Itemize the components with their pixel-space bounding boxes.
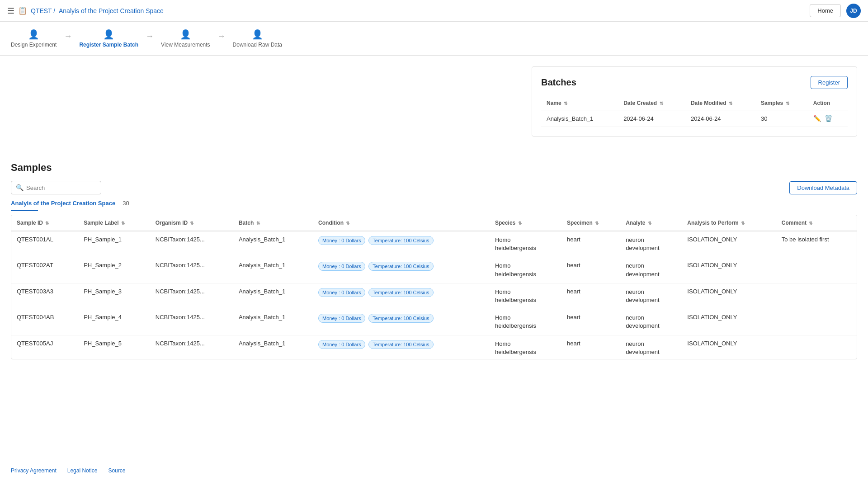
- analysis-to-perform: ISOLATION_ONLY: [682, 309, 776, 335]
- batch-name: Analysis_Batch_1: [541, 110, 618, 127]
- batches-col-samples[interactable]: Samples ⇅: [755, 96, 808, 110]
- table-row: QTEST004AB PH_Sample_4 NCBITaxon:1425...…: [11, 309, 857, 335]
- batches-row: Analysis_Batch_1 2024-06-24 2024-06-24 3…: [541, 110, 848, 127]
- page-title: Analyis of the Project Creation Space: [59, 7, 164, 14]
- home-button[interactable]: Home: [810, 4, 841, 17]
- wizard-step-download[interactable]: 👤 Download Raw Data: [233, 29, 282, 48]
- privacy-agreement-link[interactable]: Privacy Agreement: [11, 467, 57, 474]
- col-batch[interactable]: Batch ⇅: [233, 215, 313, 231]
- col-sample-label[interactable]: Sample Label ⇅: [78, 215, 150, 231]
- condition-temp-badge: Temperature: 100 Celsius: [368, 314, 433, 323]
- wizard-step-label-view: View Measurements: [161, 42, 210, 48]
- batches-col-date-created[interactable]: Date Created ⇅: [618, 96, 685, 110]
- col-organism-id[interactable]: Organism ID ⇅: [150, 215, 233, 231]
- wizard-steps: 👤 Design Experiment → 👤 Register Sample …: [0, 22, 868, 56]
- samples-toolbar: 🔍 Download Metadata: [11, 181, 857, 194]
- organism-id: NCBITaxon:1425...: [150, 257, 233, 283]
- tab-count: 30: [123, 200, 129, 207]
- col-species[interactable]: Species ⇅: [490, 215, 561, 231]
- col-comment[interactable]: Comment ⇅: [776, 215, 857, 231]
- species: Homoheidelbergensis: [490, 283, 561, 309]
- sample-id: QTEST005AJ: [11, 335, 78, 359]
- comment: [776, 283, 857, 309]
- analysis-to-perform: ISOLATION_ONLY: [682, 231, 776, 257]
- arrow-icon-3: →: [217, 32, 226, 41]
- species: Homoheidelbergensis: [490, 335, 561, 359]
- comment: [776, 257, 857, 283]
- batches-title: Batches: [541, 77, 576, 88]
- condition-money-badge: Money : 0 Dollars: [318, 236, 365, 245]
- search-input[interactable]: [26, 184, 96, 191]
- specimen: heart: [561, 335, 620, 359]
- analysis-to-perform: ISOLATION_ONLY: [682, 283, 776, 309]
- col-condition[interactable]: Condition ⇅: [313, 215, 490, 231]
- specimen: heart: [561, 257, 620, 283]
- sample-id: QTEST002AT: [11, 257, 78, 283]
- analysis-to-perform: ISOLATION_ONLY: [682, 257, 776, 283]
- source-link[interactable]: Source: [108, 467, 125, 474]
- comment: To be isolated first: [776, 231, 857, 257]
- analyte: neurondevelopment: [620, 257, 682, 283]
- batch-actions: ✏️ 🗑️: [808, 110, 848, 127]
- batch: Analysis_Batch_1: [233, 231, 313, 257]
- download-metadata-button[interactable]: Download Metadata: [789, 181, 857, 194]
- batches-col-date-modified[interactable]: Date Modified ⇅: [685, 96, 755, 110]
- batches-col-name[interactable]: Name ⇅: [541, 96, 618, 110]
- delete-icon[interactable]: 🗑️: [825, 115, 832, 122]
- samples-table: Sample ID ⇅ Sample Label ⇅ Organism ID ⇅…: [11, 215, 857, 359]
- analyte: neurondevelopment: [620, 283, 682, 309]
- specimen: heart: [561, 231, 620, 257]
- register-button[interactable]: Register: [811, 76, 848, 89]
- specimen: heart: [561, 283, 620, 309]
- edit-icon[interactable]: ✏️: [813, 115, 821, 122]
- condition-temp-badge: Temperature: 100 Celsius: [368, 262, 433, 271]
- species: Homoheidelbergensis: [490, 309, 561, 335]
- wizard-step-design[interactable]: 👤 Design Experiment: [11, 29, 57, 48]
- wizard-step-register[interactable]: 👤 Register Sample Batch: [79, 29, 138, 48]
- analysis-to-perform: ISOLATION_ONLY: [682, 335, 776, 359]
- comment: [776, 309, 857, 335]
- batch: Analysis_Batch_1: [233, 335, 313, 359]
- analyte: neurondevelopment: [620, 335, 682, 359]
- condition-money-badge: Money : 0 Dollars: [318, 288, 365, 297]
- condition-temp-badge: Temperature: 100 Celsius: [368, 340, 433, 349]
- hamburger-icon[interactable]: ☰: [7, 6, 14, 16]
- samples-table-container: Sample ID ⇅ Sample Label ⇅ Organism ID ⇅…: [11, 215, 857, 359]
- tab-row: Analyis of the Project Creation Space 30: [11, 200, 857, 207]
- tab-label[interactable]: Analyis of the Project Creation Space: [11, 200, 115, 207]
- search-box[interactable]: 🔍: [11, 181, 101, 194]
- condition-temp-badge: Temperature: 100 Celsius: [368, 236, 433, 245]
- sample-label: PH_Sample_4: [78, 309, 150, 335]
- batch: Analysis_Batch_1: [233, 309, 313, 335]
- avatar: JD: [846, 4, 861, 18]
- samples-section: Samples 🔍 Download Metadata Analyis of t…: [11, 162, 857, 359]
- sample-label: PH_Sample_5: [78, 335, 150, 359]
- col-analysis-to-perform[interactable]: Analysis to Perform ⇅: [682, 215, 776, 231]
- batches-table: Name ⇅ Date Created ⇅ Date Modified ⇅ Sa…: [541, 96, 848, 127]
- tab-underline: [11, 210, 38, 211]
- col-analyte[interactable]: Analyte ⇅: [620, 215, 682, 231]
- col-sample-id[interactable]: Sample ID ⇅: [11, 215, 78, 231]
- species: Homoheidelbergensis: [490, 231, 561, 257]
- condition: Money : 0 Dollars Temperature: 100 Celsi…: [313, 231, 490, 257]
- samples-title: Samples: [11, 162, 857, 174]
- condition-money-badge: Money : 0 Dollars: [318, 314, 365, 323]
- wizard-step-label-design: Design Experiment: [11, 42, 57, 48]
- sample-label: PH_Sample_3: [78, 283, 150, 309]
- samples-table-wrap[interactable]: Sample ID ⇅ Sample Label ⇅ Organism ID ⇅…: [11, 215, 857, 359]
- comment: [776, 335, 857, 359]
- condition: Money : 0 Dollars Temperature: 100 Celsi…: [313, 335, 490, 359]
- sample-id: QTEST001AL: [11, 231, 78, 257]
- wizard-step-view[interactable]: 👤 View Measurements: [161, 29, 210, 48]
- wizard-step-label-download: Download Raw Data: [233, 42, 282, 48]
- condition: Money : 0 Dollars Temperature: 100 Celsi…: [313, 283, 490, 309]
- project-icon: 📋: [18, 6, 27, 15]
- wizard-step-label-register: Register Sample Batch: [79, 42, 138, 48]
- legal-notice-link[interactable]: Legal Notice: [67, 467, 98, 474]
- col-specimen[interactable]: Specimen ⇅: [561, 215, 620, 231]
- batch-samples: 30: [755, 110, 808, 127]
- top-nav: ☰ 📋 QTEST / Analyis of the Project Creat…: [0, 0, 868, 22]
- batch: Analysis_Batch_1: [233, 283, 313, 309]
- table-row: QTEST002AT PH_Sample_2 NCBITaxon:1425...…: [11, 257, 857, 283]
- specimen: heart: [561, 309, 620, 335]
